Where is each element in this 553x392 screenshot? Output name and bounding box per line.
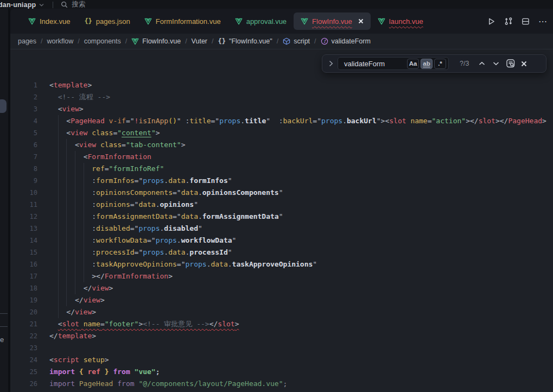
vue-icon [28, 18, 36, 25]
line-number: 8 [10, 163, 37, 175]
tab-approval-vue[interactable]: approval.vue [228, 12, 294, 30]
code-line: 24<script setup> [10, 354, 553, 366]
line-number: 24 [10, 354, 37, 366]
breadcrumb-separator: / [185, 37, 187, 45]
code-line: 20 </view> [10, 306, 553, 318]
line-number: 13 [10, 223, 37, 235]
find-query-text: validateForm [344, 60, 405, 68]
code-area: 1<template>2 <!-- 流程 -->3 <view>4 <PageH… [10, 79, 553, 390]
tab-label: pages.json [96, 17, 130, 26]
code-line: 4 <PageHead v-if="!isInApp()" :title="pr… [10, 115, 553, 127]
breadcrumb-label: pages [18, 37, 36, 45]
breadcrumb-label: "FlowInfo.vue" [229, 37, 272, 45]
project-selector[interactable]: dan-uniapp [0, 1, 36, 9]
tab-label: Index.vue [40, 17, 70, 26]
title-bar: dan-uniapp 搜索 [0, 0, 553, 9]
tab-label: approval.vue [246, 17, 287, 26]
line-number: 15 [10, 246, 37, 258]
code-line: 5 <view class="content"> [10, 127, 553, 139]
vue-icon [235, 18, 243, 25]
vue-icon [378, 18, 385, 25]
line-number: 10 [10, 187, 37, 199]
split-editor-button[interactable] [522, 17, 530, 26]
divider [53, 2, 53, 8]
compare-icon [504, 17, 513, 26]
match-case-button[interactable]: Aa [407, 59, 419, 69]
editor-actions: ⋯ [487, 16, 553, 27]
code-line: 13 :disabled="props.disabled" [10, 223, 553, 235]
code-line: 26import PageHead from "@/components/lay… [10, 378, 553, 390]
line-number: 20 [10, 306, 37, 318]
tab-forminformation-vue[interactable]: FormInformation.vue [137, 12, 228, 30]
chevron-down-icon [39, 3, 44, 7]
code-line: 7 <FormInformation [10, 151, 553, 163]
breadcrumb-item-pages[interactable]: pages [18, 37, 36, 45]
line-number: 1 [10, 79, 37, 91]
breadcrumb-item-workflow[interactable]: workflow [47, 37, 74, 45]
breadcrumb-label: validateForm [332, 37, 371, 45]
code-line: 23 [10, 342, 553, 354]
play-icon [487, 17, 495, 26]
tab-pages-json[interactable]: {}pages.json [77, 12, 137, 30]
line-number: 4 [10, 115, 37, 127]
breadcrumb-item--flowinfo-vue-[interactable]: {}"FlowInfo.vue" [218, 37, 272, 45]
breadcrumb: pages/workflow/components/FlowInfo.vue/V… [10, 34, 553, 49]
breadcrumb-label: script [294, 37, 310, 45]
code-line: 16 :taskApproveOpinions="props.data.task… [10, 258, 553, 270]
code-line: 11 :opinions="data.opinions" [10, 199, 553, 211]
tool-window-handle[interactable] [0, 99, 7, 113]
whole-words-button[interactable]: ab [421, 59, 433, 69]
line-number: 21 [10, 318, 37, 330]
error-squiggle: <slot name="footer"><!-- 审批意见 --></slot> [58, 320, 239, 328]
global-search[interactable]: 搜索 [61, 0, 85, 9]
tab-index-vue[interactable]: Index.vue [21, 12, 77, 30]
breadcrumb-item-components[interactable]: components [84, 37, 121, 45]
breadcrumb-label: Vuter [192, 37, 207, 45]
line-number: 14 [10, 235, 37, 246]
line-number: 18 [10, 282, 37, 294]
breadcrumb-item-flowinfo-vue[interactable]: FlowInfo.vue [131, 37, 181, 45]
line-number: 19 [10, 294, 37, 306]
code-line: 6 <view class="tab-content"> [10, 139, 553, 151]
breadcrumb-item-validateform[interactable]: fvalidateForm [321, 37, 371, 45]
code-line: 19 </view> [10, 294, 553, 306]
split-icon [522, 17, 530, 26]
more-actions-button[interactable]: ⋯ [538, 16, 548, 27]
breadcrumb-item-vuter[interactable]: Vuter [192, 37, 207, 45]
find-results-count: ?/3 [460, 60, 469, 67]
code-line: 2 <!-- 流程 --> [10, 91, 553, 103]
find-input[interactable]: validateForm Aa ab .* [338, 57, 449, 70]
module-icon [283, 37, 290, 45]
search-label: 搜索 [72, 0, 85, 9]
line-number: 9 [10, 175, 37, 187]
line-number: 23 [10, 342, 37, 354]
next-match-button[interactable] [493, 61, 499, 66]
line-number: 12 [10, 211, 37, 223]
tab-label: launch.vue [389, 17, 423, 26]
line-number: 3 [10, 103, 37, 115]
find-in-selection-icon[interactable] [506, 59, 516, 68]
previous-match-button[interactable] [479, 61, 485, 66]
expand-replace-icon[interactable] [329, 60, 333, 67]
breadcrumb-label: components [84, 37, 121, 45]
tab-label: FormInformation.vue [156, 17, 221, 26]
code-editor[interactable]: 1<template>2 <!-- 流程 -->3 <view>4 <PageH… [10, 49, 553, 392]
code-line: 17 ></FormInformation> [10, 270, 553, 282]
close-icon[interactable] [521, 61, 527, 67]
vue-icon [301, 18, 308, 25]
tab-launch-vue[interactable]: launch.vue [371, 12, 430, 30]
code-line: 10 :opinionsComponents="data.opinionsCom… [10, 187, 553, 199]
vue-icon [131, 38, 139, 45]
code-line: 22</template> [10, 330, 553, 342]
compare-button[interactable] [504, 17, 513, 26]
tab-close-icon[interactable] [358, 18, 364, 24]
line-number: 2 [10, 91, 37, 103]
regex-button[interactable]: .* [434, 59, 446, 69]
breadcrumb-separator: / [78, 37, 79, 45]
run-button[interactable] [487, 17, 495, 26]
breadcrumb-item-script[interactable]: script [283, 37, 310, 45]
code-line: 25import { ref } from "vue"; [10, 366, 553, 378]
line-number: 11 [10, 199, 37, 211]
tab-flowinfo-vue[interactable]: FlowInfo.vue [294, 12, 371, 30]
tab-bar: Index.vue{}pages.jsonFormInformation.vue… [10, 9, 553, 34]
